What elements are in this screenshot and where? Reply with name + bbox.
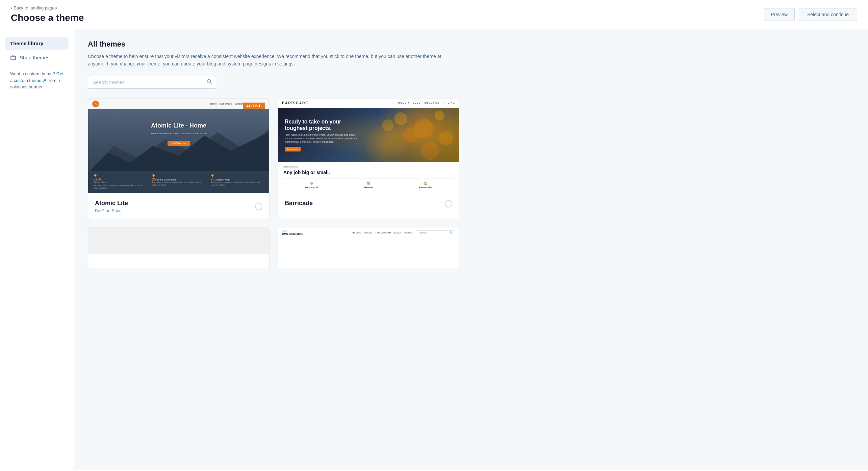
library-label: Theme library xyxy=(10,40,43,46)
barricade-learn-more: Learn more xyxy=(285,147,301,151)
preview-button[interactable]: Preview xyxy=(764,8,795,21)
content-description: Choose a theme to help ensure that your … xyxy=(88,53,442,68)
shop-label: Shop themes xyxy=(20,55,49,60)
search-icon xyxy=(207,79,212,86)
barricade-tab-residential: 🏠 Residential xyxy=(397,179,454,191)
empty-preview xyxy=(88,227,269,254)
atomic-hero-title: Atomic Lite - Home xyxy=(95,122,262,129)
external-link-icon: ↗ xyxy=(43,78,46,83)
stat-awards: 🏆 70 Awards Won Excepteur sint occaecat … xyxy=(211,174,264,190)
barricade-info: Barricade xyxy=(278,193,459,214)
atomic-cta: Call To Action xyxy=(168,141,190,146)
cms-nav-links: PRICING ABOUT TYPOGRAPHY BLOG CONTACT xyxy=(352,231,415,234)
atomic-lite-radio[interactable] xyxy=(255,203,262,210)
atomic-hero: Atomic Lite - Home Lorem ipsum dolor sit… xyxy=(88,109,269,146)
barricade-hero: Ready to take on your toughest projects.… xyxy=(278,108,459,162)
theme-card-empty xyxy=(88,227,270,268)
stat-experience: 🏆 25 Years Experience Excepteur sint occ… xyxy=(152,174,205,190)
active-badge: ACTIVE xyxy=(243,103,265,109)
select-continue-button[interactable]: Select and continue xyxy=(799,8,857,21)
sidebar-custom-text: Want a custom theme? Get a custom theme … xyxy=(5,65,69,90)
barricade-nav: BARRICADE. HOME ▾BLOGABOUT USPRICING xyxy=(278,99,459,108)
sidebar: Theme library Shop themes Want a custom … xyxy=(0,29,74,470)
svg-point-4 xyxy=(394,112,407,125)
stat-clients: 🏆 3250 Active Clients Excepteur sint occ… xyxy=(94,174,147,190)
atomic-lite-name: Atomic Lite xyxy=(95,200,128,207)
main-layout: Theme library Shop themes Want a custom … xyxy=(0,29,868,470)
atomic-lite-preview: ACTIVE A HomeMain PagesComponentsBlogOth… xyxy=(88,99,269,193)
back-link[interactable]: ‹ Back to landing pages xyxy=(11,5,84,10)
atomic-stats: 🏆 3250 Active Clients Excepteur sint occ… xyxy=(88,171,269,193)
barricade-tab-general: 🏗 General xyxy=(340,179,397,191)
svg-point-7 xyxy=(403,127,419,143)
sidebar-item-library[interactable]: Theme library xyxy=(5,37,69,50)
cms-nav: CMS CMS Boilerplate PRICING ABOUT TYPOGR… xyxy=(278,227,459,238)
barricade-tab-mechanical: ⚙ Mechanical xyxy=(283,179,340,191)
shop-icon xyxy=(10,54,16,60)
chevron-left-icon: ‹ xyxy=(11,5,12,10)
svg-point-6 xyxy=(435,111,444,120)
themes-grid: ACTIVE A HomeMain PagesComponentsBlogOth… xyxy=(88,98,459,268)
barricade-nav-links: HOME ▾BLOGABOUT USPRICING xyxy=(398,102,455,104)
svg-point-10 xyxy=(421,142,439,160)
section-title: All themes xyxy=(88,40,854,49)
search-wrapper xyxy=(88,76,216,89)
cms-search-bar: Search 🔍 xyxy=(417,230,455,235)
header: ‹ Back to landing pages Choose a theme P… xyxy=(0,0,868,29)
content-area: All themes Choose a theme to help ensure… xyxy=(74,29,868,470)
theme-card-atomic-lite: ACTIVE A HomeMain PagesComponentsBlogOth… xyxy=(88,98,270,219)
page-title: Choose a theme xyxy=(11,12,84,23)
svg-point-8 xyxy=(382,119,393,131)
atomic-lite-info: Atomic Lite By GiantFocal xyxy=(88,193,269,219)
sidebar-item-shop[interactable]: Shop themes xyxy=(5,51,69,64)
theme-card-barricade: BARRICADE. HOME ▾BLOGABOUT USPRICING xyxy=(278,98,459,219)
barricade-preview: BARRICADE. HOME ▾BLOGABOUT USPRICING xyxy=(278,99,459,193)
search-input[interactable] xyxy=(88,76,216,89)
svg-rect-0 xyxy=(11,56,16,60)
barricade-service-tabs: ⚙ Mechanical 🏗 General 🏠 Residential xyxy=(283,178,454,191)
barricade-hero-text: Ready to take on your toughest projects. xyxy=(285,118,352,131)
atomic-logo-icon: A xyxy=(92,101,99,107)
barricade-services: Services Any job big or small. ⚙ Mechani… xyxy=(278,162,459,193)
barricade-logo: BARRICADE. xyxy=(282,101,310,105)
svg-point-9 xyxy=(439,131,453,145)
cms-preview-area: CMS CMS Boilerplate PRICING ABOUT TYPOGR… xyxy=(278,227,459,268)
theme-card-cms: CMS CMS Boilerplate PRICING ABOUT TYPOGR… xyxy=(278,227,459,268)
header-actions: Preview Select and continue xyxy=(764,8,857,21)
header-left: ‹ Back to landing pages Choose a theme xyxy=(11,5,84,23)
cms-search-input[interactable] xyxy=(428,231,448,234)
barricade-name: Barricade xyxy=(285,200,313,207)
barricade-radio[interactable] xyxy=(445,200,452,207)
atomic-lite-author: By GiantFocal xyxy=(95,208,128,213)
